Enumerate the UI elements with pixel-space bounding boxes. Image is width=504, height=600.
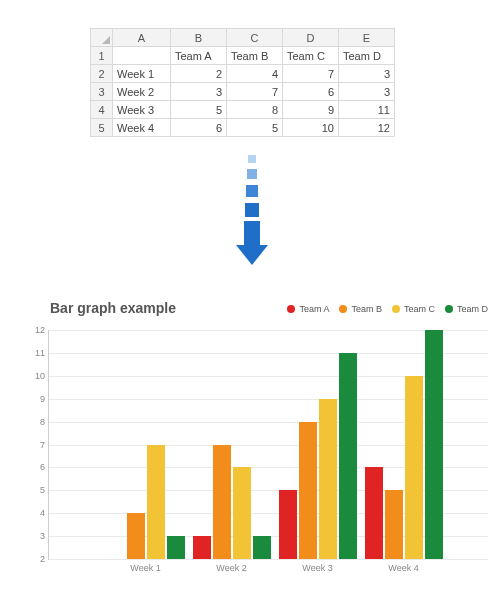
cell[interactable]: 7	[227, 83, 283, 101]
bar	[233, 467, 251, 559]
cell[interactable]: 3	[171, 83, 227, 101]
bar	[167, 536, 185, 559]
bar	[193, 536, 211, 559]
row-header[interactable]: 3	[91, 83, 113, 101]
col-header[interactable]: B	[171, 29, 227, 47]
cell[interactable]: 2	[171, 65, 227, 83]
y-tick-label: 5	[25, 485, 49, 495]
legend-item: Team B	[339, 304, 382, 314]
row-header[interactable]: 4	[91, 101, 113, 119]
grid-line	[49, 559, 488, 560]
data-table: A B C D E 1 Team A Team B Team C Team D …	[90, 28, 395, 137]
arrow-down-icon	[242, 155, 262, 265]
cell[interactable]: Week 1	[113, 65, 171, 83]
bar	[213, 445, 231, 560]
legend-label: Team A	[299, 304, 329, 314]
table-row: 4 Week 3 5 8 9 11	[91, 101, 395, 119]
cell[interactable]: 6	[171, 119, 227, 137]
cell[interactable]: Team C	[283, 47, 339, 65]
cell[interactable]: Team B	[227, 47, 283, 65]
bar	[253, 536, 271, 559]
plot-area: 23456789101112Week 1Week 2Week 3Week 4	[48, 330, 488, 560]
cell[interactable]: 5	[227, 119, 283, 137]
legend-label: Team C	[404, 304, 435, 314]
bar	[147, 445, 165, 560]
y-tick-label: 4	[25, 508, 49, 518]
col-header[interactable]: D	[283, 29, 339, 47]
y-tick-label: 9	[25, 394, 49, 404]
bar-group: Week 2	[192, 445, 272, 560]
cell[interactable]: 3	[339, 65, 395, 83]
table-row: 3 Week 2 3 7 6 3	[91, 83, 395, 101]
col-header[interactable]: E	[339, 29, 395, 47]
cell[interactable]: Week 3	[113, 101, 171, 119]
cell[interactable]: 6	[283, 83, 339, 101]
bar-group: Week 4	[364, 330, 444, 559]
cell[interactable]: Week 4	[113, 119, 171, 137]
select-all-corner[interactable]	[91, 29, 113, 47]
bar	[319, 399, 337, 559]
legend-item: Team D	[445, 304, 488, 314]
row-header[interactable]: 1	[91, 47, 113, 65]
legend-dot	[445, 305, 453, 313]
legend-label: Team B	[351, 304, 382, 314]
x-tick-label: Week 4	[354, 563, 454, 573]
y-tick-label: 7	[25, 440, 49, 450]
legend-dot	[339, 305, 347, 313]
y-tick-label: 6	[25, 462, 49, 472]
cell[interactable]: 9	[283, 101, 339, 119]
x-tick-label: Week 3	[268, 563, 368, 573]
bar	[425, 330, 443, 559]
legend-item: Team A	[287, 304, 329, 314]
y-tick-label: 12	[25, 325, 49, 335]
x-tick-label: Week 2	[182, 563, 282, 573]
legend-dot	[392, 305, 400, 313]
col-header-row: A B C D E	[91, 29, 395, 47]
legend-label: Team D	[457, 304, 488, 314]
cell[interactable]: Team D	[339, 47, 395, 65]
table-row: 1 Team A Team B Team C Team D	[91, 47, 395, 65]
bar	[279, 490, 297, 559]
y-tick-label: 10	[25, 371, 49, 381]
cell[interactable]: 8	[227, 101, 283, 119]
bar-group: Week 3	[278, 353, 358, 559]
col-header[interactable]: C	[227, 29, 283, 47]
cell[interactable]: 7	[283, 65, 339, 83]
cell[interactable]: 3	[339, 83, 395, 101]
y-tick-label: 8	[25, 417, 49, 427]
bar	[405, 376, 423, 559]
cell[interactable]: Team A	[171, 47, 227, 65]
bar	[339, 353, 357, 559]
bar	[299, 422, 317, 559]
bar	[127, 513, 145, 559]
cell[interactable]: 11	[339, 101, 395, 119]
cell[interactable]: 4	[227, 65, 283, 83]
legend-item: Team C	[392, 304, 435, 314]
cell[interactable]	[113, 47, 171, 65]
bar	[385, 490, 403, 559]
bar	[365, 467, 383, 559]
x-tick-label: Week 1	[96, 563, 196, 573]
col-header[interactable]: A	[113, 29, 171, 47]
y-tick-label: 3	[25, 531, 49, 541]
cell[interactable]: 10	[283, 119, 339, 137]
y-tick-label: 11	[25, 348, 49, 358]
cell[interactable]: 12	[339, 119, 395, 137]
spreadsheet: A B C D E 1 Team A Team B Team C Team D …	[90, 28, 395, 137]
table-row: 2 Week 1 2 4 7 3	[91, 65, 395, 83]
chart-title: Bar graph example	[50, 300, 176, 316]
row-header[interactable]: 5	[91, 119, 113, 137]
bar-group: Week 1	[106, 445, 186, 560]
chart-legend: Team A Team B Team C Team D	[287, 304, 488, 314]
row-header[interactable]: 2	[91, 65, 113, 83]
cell[interactable]: 5	[171, 101, 227, 119]
legend-dot	[287, 305, 295, 313]
cell[interactable]: Week 2	[113, 83, 171, 101]
table-row: 5 Week 4 6 5 10 12	[91, 119, 395, 137]
y-tick-label: 2	[25, 554, 49, 564]
bar-chart: Bar graph example Team A Team B Team C T…	[20, 300, 488, 580]
